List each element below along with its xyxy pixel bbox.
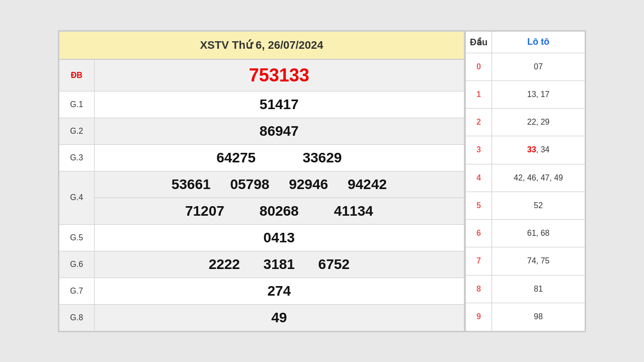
prize-row-g6: G.6 2222 3181 6752: [59, 251, 464, 278]
loto-row: 1 13, 17: [465, 80, 585, 108]
table-header-row: XSTV Thứ 6, 26/07/2024: [59, 31, 464, 59]
loto-dau: 2: [465, 109, 492, 136]
prize-number: 86947: [94, 118, 464, 144]
prize-number: 0413: [94, 224, 464, 251]
loto-dau: 4: [465, 164, 492, 192]
loto-row: 4 42, 46, 47, 49: [465, 164, 585, 192]
loto-dau: 9: [465, 303, 492, 331]
loto-dau: 7: [465, 247, 492, 275]
prize-row-g1: G.1 51417: [59, 91, 464, 118]
loto-numbers: 42, 46, 47, 49: [492, 164, 586, 192]
loto-row: 8 81: [465, 275, 585, 303]
dau-header: Đầu: [465, 31, 492, 53]
prize-row-g8: G.8 49: [59, 304, 464, 331]
prize-label-g4: G.4: [59, 171, 94, 224]
prize-number-g4-row2: 71207 80268 41134: [94, 198, 464, 224]
loto-numbers: 07: [492, 53, 586, 80]
prize-number-g6: 2222 3181 6752: [94, 251, 464, 278]
prize-number: 49: [94, 304, 464, 331]
prize-row-g7: G.7 274: [59, 278, 464, 304]
loto-row: 7 74, 75: [465, 247, 585, 275]
prize-label-g3: G.3: [59, 144, 94, 171]
prize-row-g4-1: G.4 53661 05798 92946 94242: [59, 171, 464, 198]
prize-number-g3: 64275 33629: [94, 144, 464, 171]
loto-header: Lô tô: [492, 31, 586, 53]
loto-row: 3 33, 34: [465, 136, 585, 164]
prize-row-g5: G.5 0413: [59, 224, 464, 251]
loto-numbers: 61, 68: [492, 220, 586, 247]
loto-numbers: 81: [492, 275, 586, 303]
loto-header-row: Đầu Lô tô: [465, 31, 585, 53]
prize-row-g3: G.3 64275 33629: [59, 144, 464, 171]
prize-label-g6: G.6: [59, 251, 94, 278]
loto-numbers: 98: [492, 303, 586, 331]
loto-numbers: 13, 17: [492, 80, 586, 108]
prize-row-db: ĐB 753133: [59, 59, 464, 92]
prize-number-db: 753133: [94, 59, 464, 92]
loto-table: Đầu Lô tô 0 07 1 13, 17 2 22, 29 3 33, 3…: [465, 31, 586, 332]
loto-numbers: 74, 75: [492, 247, 586, 275]
prize-number: 51417: [94, 91, 464, 118]
prize-label-db: ĐB: [59, 59, 94, 92]
loto-numbers: 52: [492, 192, 586, 219]
loto-row: 5 52: [465, 192, 585, 219]
prize-row-g4-2: 71207 80268 41134: [59, 198, 464, 224]
loto-row: 2 22, 29: [465, 109, 585, 136]
loto-row: 0 07: [465, 53, 585, 80]
main-container: XSTV Thứ 6, 26/07/2024 ĐB 753133 G.1 514…: [58, 30, 586, 332]
loto-row: 9 98: [465, 303, 585, 331]
prize-label: G.5: [59, 224, 94, 251]
prize-label: G.1: [59, 91, 94, 118]
prize-label: G.2: [59, 118, 94, 144]
loto-dau: 1: [465, 80, 492, 108]
loto-dau: 5: [465, 192, 492, 219]
loto-dau: 6: [465, 220, 492, 247]
loto-dau: 0: [465, 53, 492, 80]
prize-label: G.7: [59, 278, 94, 304]
main-table: XSTV Thứ 6, 26/07/2024 ĐB 753133 G.1 514…: [58, 31, 465, 332]
prize-label: G.8: [59, 304, 94, 331]
loto-row: 6 61, 68: [465, 220, 585, 247]
loto-numbers: 22, 29: [492, 109, 586, 136]
prize-number-g4-row1: 53661 05798 92946 94242: [94, 171, 464, 198]
prize-row-g2: G.2 86947: [59, 118, 464, 144]
loto-red-number: 33: [527, 145, 536, 154]
loto-dau: 3: [465, 136, 492, 164]
table-title: XSTV Thứ 6, 26/07/2024: [59, 31, 464, 59]
loto-numbers: 33, 34: [492, 136, 586, 164]
prize-number: 274: [94, 278, 464, 304]
loto-dau: 8: [465, 275, 492, 303]
